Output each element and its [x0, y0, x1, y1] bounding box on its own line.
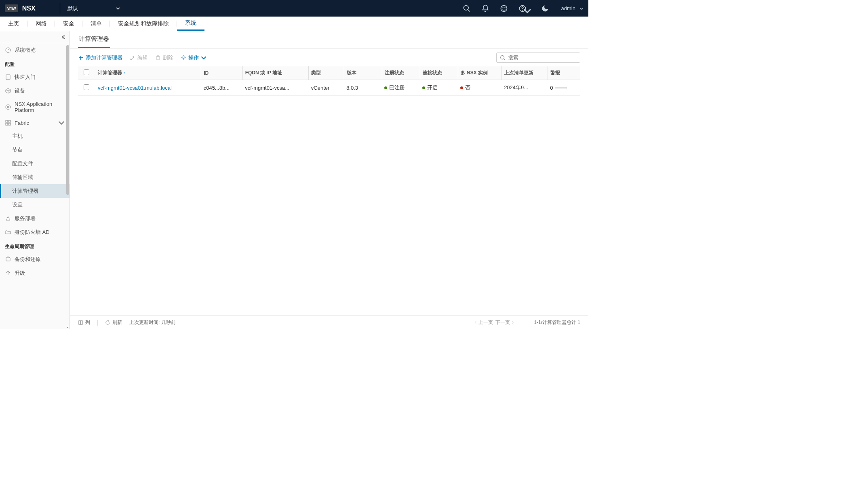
svg-point-3	[503, 7, 503, 8]
chevron-right-icon	[511, 321, 514, 324]
svg-rect-14	[8, 123, 11, 125]
col-header-reg-status[interactable]: 注册状态	[382, 66, 420, 80]
theme-toggle-icon[interactable]	[541, 4, 549, 13]
product-name: NSX	[22, 5, 36, 12]
cell-conn-status: 开启	[420, 80, 458, 96]
feedback-icon[interactable]	[500, 4, 508, 13]
sidebar-sub-compute-managers[interactable]: 计算管理器	[0, 184, 70, 198]
toolbar: 添加计算管理器 编辑 删除 操作	[70, 48, 588, 66]
nav-tab-home[interactable]: 主页	[0, 17, 27, 31]
sidebar-item-devices[interactable]: 设备	[0, 84, 70, 98]
search-icon[interactable]	[463, 4, 471, 13]
chevron-down-icon	[116, 6, 120, 11]
actions-dropdown[interactable]: 操作	[181, 54, 206, 61]
sidebar: 系统概览 配置 快速入门 设备 NSX Application Platform	[0, 31, 70, 329]
col-header-type[interactable]: 类型	[309, 66, 344, 80]
sidebar-item-upgrade[interactable]: 升级	[0, 266, 70, 280]
sidebar-item-label: 服务部署	[15, 215, 36, 222]
add-compute-manager-button[interactable]: 添加计算管理器	[78, 54, 122, 61]
col-header-name[interactable]: 计算管理器↑	[95, 66, 201, 80]
nav-tab-planning[interactable]: 安全规划和故障排除	[110, 17, 177, 31]
pager: 上一页 下一页	[474, 319, 515, 326]
delete-button: 删除	[155, 54, 173, 61]
header-divider	[60, 3, 60, 14]
last-update-text: 上次更新时间: 几秒前	[129, 319, 176, 326]
refresh-button[interactable]: 刷新	[105, 319, 122, 326]
user-menu[interactable]: admin	[561, 5, 584, 11]
sidebar-sub-settings[interactable]: 设置	[0, 198, 70, 212]
primary-nav: 主页 网络 安全 清单 安全规划和故障排除 系统	[0, 17, 588, 31]
sidebar-item-label: NSX Application Platform	[15, 101, 65, 113]
sidebar-group-lifecycle: 生命周期管理	[0, 239, 70, 252]
pager-next[interactable]: 下一页	[495, 319, 514, 326]
col-header-version[interactable]: 版本	[344, 66, 382, 80]
col-header-id[interactable]: ID	[201, 66, 243, 80]
button-label: 操作	[188, 54, 199, 61]
sidebar-sub-nodes[interactable]: 节点	[0, 143, 70, 157]
vmware-logo: vmw	[5, 4, 18, 12]
col-header-alarms[interactable]: 警报	[548, 66, 580, 80]
scroll-down-arrow[interactable]	[66, 325, 69, 329]
cell-name[interactable]: vcf-mgmt01-vcsa01.mulab.local	[95, 80, 201, 96]
dashboard-icon	[5, 47, 11, 53]
sidebar-item-label: 备份和还原	[15, 256, 41, 263]
gear-icon	[181, 55, 186, 61]
search-input[interactable]	[508, 55, 577, 61]
columns-button[interactable]: 列	[78, 319, 90, 326]
select-all-checkbox[interactable]	[84, 69, 89, 75]
cell-id: c045...8b...	[201, 80, 243, 96]
notifications-icon[interactable]	[481, 4, 489, 13]
nav-tab-system[interactable]: 系统	[177, 17, 204, 31]
trash-icon	[155, 55, 161, 61]
svg-point-0	[463, 5, 468, 10]
button-label: 删除	[163, 54, 173, 61]
row-checkbox[interactable]	[84, 84, 89, 90]
help-icon[interactable]	[518, 4, 527, 13]
sidebar-item-nsx-app-platform[interactable]: NSX Application Platform	[0, 98, 70, 116]
sidebar-sub-profiles[interactable]: 配置文件	[0, 157, 70, 170]
app-header: vmw NSX 默认 admin	[0, 0, 588, 17]
sidebar-item-backup-restore[interactable]: 备份和还原	[0, 252, 70, 266]
plus-icon	[78, 55, 84, 61]
pager-prev[interactable]: 上一页	[474, 319, 493, 326]
svg-line-18	[504, 59, 505, 60]
nav-tab-inventory[interactable]: 清单	[82, 17, 110, 31]
sidebar-item-service-deploy[interactable]: 服务部署	[0, 212, 70, 225]
svg-line-1	[468, 9, 470, 11]
deploy-icon	[5, 215, 11, 222]
col-header-last-inventory[interactable]: 上次清单更新	[501, 66, 548, 80]
sidebar-item-label: 快速入门	[15, 74, 36, 81]
content-tab-compute-managers[interactable]: 计算管理器	[78, 31, 110, 48]
col-header-conn-status[interactable]: 连接状态	[420, 66, 458, 80]
table-row[interactable]: vcf-mgmt01-vcsa01.mulab.local c045...8b.…	[78, 80, 580, 96]
svg-rect-8	[6, 75, 10, 80]
content-tabs: 计算管理器	[70, 31, 588, 48]
sidebar-sub-hosts[interactable]: 主机	[0, 129, 70, 143]
alarm-bar-icon	[555, 87, 567, 89]
sidebar-item-quickstart[interactable]: 快速入门	[0, 70, 70, 84]
sidebar-item-identity-firewall[interactable]: 身份防火墙 AD	[0, 225, 70, 239]
sidebar-collapse[interactable]	[0, 31, 70, 43]
col-header-multi-nsx[interactable]: 多 NSX 实例	[458, 66, 501, 80]
nav-tab-networking[interactable]: 网络	[27, 17, 55, 31]
platform-icon	[5, 104, 11, 110]
svg-point-4	[505, 7, 505, 8]
scrollbar-thumb[interactable]	[66, 45, 69, 195]
svg-rect-11	[6, 120, 8, 122]
scope-dropdown[interactable]: 默认	[67, 5, 128, 12]
sidebar-sub-transport-zones[interactable]: 传输区域	[0, 170, 70, 184]
svg-point-9	[6, 105, 11, 109]
nav-tab-security[interactable]: 安全	[55, 17, 82, 31]
scope-label: 默认	[67, 5, 78, 12]
table-header-row: 计算管理器↑ ID FQDN 或 IP 地址 类型 版本 注册状态 连接状态 多…	[78, 66, 580, 80]
cell-last-inventory: 2024年9...	[501, 80, 548, 96]
col-header-fqdn[interactable]: FQDN 或 IP 地址	[242, 66, 309, 80]
sidebar-item-overview[interactable]: 系统概览	[0, 43, 70, 57]
button-label: 刷新	[112, 319, 122, 326]
sidebar-item-label: 身份防火墙 AD	[15, 229, 50, 236]
sidebar-item-fabric[interactable]: Fabric	[0, 116, 70, 129]
search-box[interactable]	[496, 53, 580, 63]
sidebar-item-label: 升级	[15, 269, 25, 277]
svg-rect-15	[6, 258, 10, 261]
sort-asc-icon: ↑	[123, 71, 125, 75]
